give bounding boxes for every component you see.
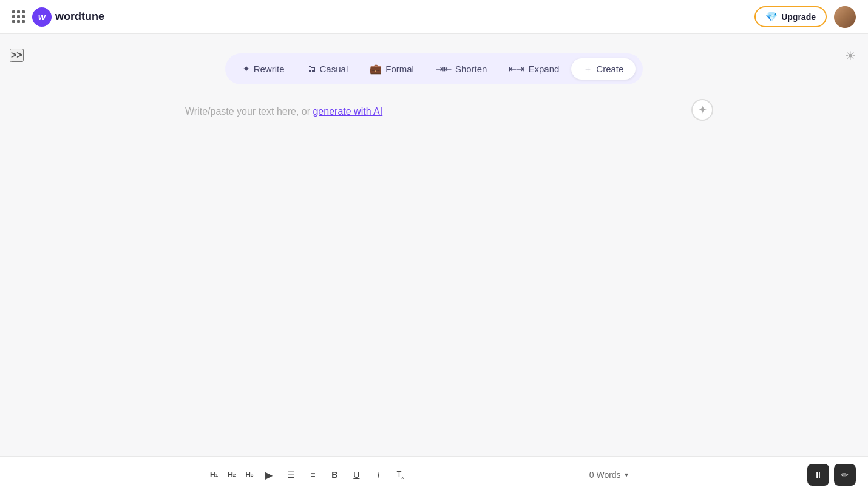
editor-container: Write/paste your text here, or generate …: [185, 99, 683, 342]
lightbulb-icon: ☀: [845, 49, 856, 63]
italic-button[interactable]: I: [368, 465, 388, 484]
upgrade-label: Upgrade: [781, 12, 816, 22]
pause-icon: ⏸: [814, 470, 822, 480]
bold-icon: B: [331, 470, 337, 480]
heading2-button[interactable]: H2: [224, 465, 239, 484]
create-plus-icon: ＋: [583, 63, 592, 75]
sparkle-button[interactable]: ✦: [691, 99, 713, 121]
heading1-button[interactable]: H1: [206, 465, 222, 484]
formatting-tools: H1 H2 H3 ▶ ☰ ≡ B U I Tx: [206, 465, 410, 484]
logo-icon: w: [32, 7, 52, 27]
upgrade-button[interactable]: 💎 Upgrade: [754, 6, 827, 27]
casual-button[interactable]: 🗂 Casual: [297, 59, 358, 80]
numbered-list-button[interactable]: ≡: [303, 465, 322, 484]
create-label: Create: [596, 64, 623, 74]
header-left: w wordtune: [12, 7, 104, 27]
header-right: 💎 Upgrade: [754, 6, 856, 28]
shorten-icon: ⇥⇤: [436, 63, 452, 75]
erase-button[interactable]: ✏: [834, 464, 856, 486]
avatar-image: [834, 6, 856, 28]
bottom-toolbar: H1 H2 H3 ▶ ☰ ≡ B U I Tx 0 Words ▾ ⏸: [0, 456, 868, 493]
clear-format-button[interactable]: Tx: [390, 465, 410, 484]
bottom-right-actions: ⏸ ✏: [807, 464, 856, 486]
word-count[interactable]: 0 Words ▾: [589, 470, 628, 480]
rewrite-button[interactable]: ✦ Rewrite: [232, 58, 294, 80]
expand-button[interactable]: ⇤⇥ Expand: [499, 58, 569, 80]
underline-icon: U: [353, 470, 359, 480]
sidebar-toggle-label: >>: [11, 50, 22, 60]
bullet-list-icon: ☰: [287, 470, 295, 480]
bullet-list-button[interactable]: ☰: [281, 465, 300, 484]
erase-icon: ✏: [841, 470, 849, 480]
expand-label: Expand: [528, 64, 559, 74]
numbered-list-icon: ≡: [310, 470, 315, 480]
word-count-label: 0 Words: [589, 470, 621, 480]
cursor-icon: ▶: [265, 469, 273, 481]
create-button[interactable]: ＋ Create: [571, 58, 636, 80]
grid-menu-icon[interactable]: [12, 10, 25, 23]
sidebar-toggle-button[interactable]: >>: [10, 49, 24, 62]
editor-placeholder[interactable]: Write/paste your text here, or generate …: [185, 99, 683, 124]
shorten-button[interactable]: ⇥⇤ Shorten: [426, 58, 497, 80]
casual-icon: 🗂: [307, 64, 316, 75]
placeholder-text: Write/paste your text here, or: [185, 106, 313, 117]
formal-icon: 💼: [370, 63, 382, 75]
bold-button[interactable]: B: [325, 465, 344, 484]
expand-icon: ⇤⇥: [509, 63, 524, 75]
formal-button[interactable]: 💼 Formal: [360, 58, 424, 80]
lightbulb-button[interactable]: ☀: [845, 49, 856, 63]
generate-ai-link[interactable]: generate with AI: [313, 106, 382, 117]
underline-button[interactable]: U: [347, 465, 366, 484]
gem-icon: 💎: [765, 11, 778, 22]
word-count-chevron: ▾: [625, 471, 628, 479]
logo-text: wordtune: [55, 10, 104, 23]
user-avatar[interactable]: [834, 6, 856, 28]
italic-icon: I: [377, 470, 379, 480]
shorten-label: Shorten: [455, 64, 487, 74]
formal-label: Formal: [385, 64, 414, 74]
action-toolbar: ✦ Rewrite 🗂 Casual 💼 Formal ⇥⇤ Shorten ⇤…: [225, 53, 643, 84]
sparkle-icon: ✦: [698, 103, 707, 117]
main-content: ✦ Rewrite 🗂 Casual 💼 Formal ⇥⇤ Shorten ⇤…: [0, 34, 868, 493]
rewrite-label: Rewrite: [254, 64, 285, 74]
casual-label: Casual: [320, 64, 348, 74]
header: w wordtune 💎 Upgrade: [0, 0, 868, 34]
cursor-button[interactable]: ▶: [259, 465, 279, 484]
rewrite-icon: ✦: [242, 63, 250, 75]
clear-format-icon: Tx: [396, 469, 404, 480]
wordtune-logo[interactable]: w wordtune: [32, 7, 104, 27]
pause-button[interactable]: ⏸: [807, 464, 829, 486]
heading3-button[interactable]: H3: [242, 465, 257, 484]
